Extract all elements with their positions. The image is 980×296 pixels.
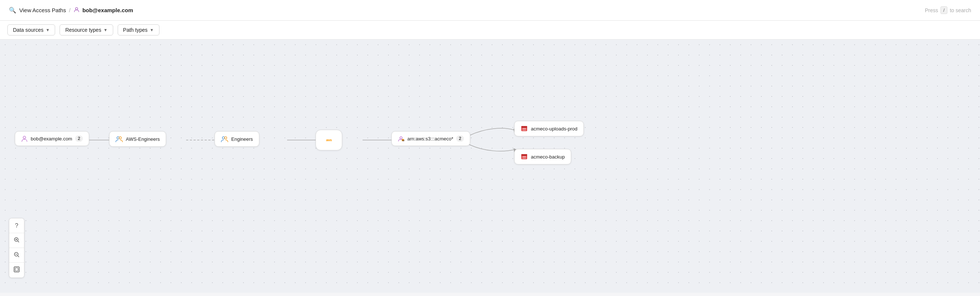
fit-icon [14, 266, 20, 274]
group-icon [115, 135, 123, 142]
search-icon: 🔍 [9, 7, 16, 14]
breadcrumb: 🔍 View Access Paths / bob@example.com [9, 7, 133, 14]
toolbar: Data sources ▼ Resource types ▼ Path typ… [0, 21, 980, 40]
data-sources-label: Data sources [13, 27, 43, 33]
svg-rect-21 [522, 128, 526, 129]
svg-point-16 [400, 137, 402, 139]
node-aws[interactable]: aws [315, 130, 342, 150]
help-button[interactable]: ? [9, 218, 24, 233]
current-user: bob@example.com [83, 7, 133, 13]
zoom-out-icon [14, 252, 20, 259]
zoom-in-icon [14, 237, 20, 244]
path-types-label: Path types [123, 27, 148, 33]
search-hint-text: to search [950, 7, 971, 13]
user-icon [74, 7, 80, 14]
svg-rect-20 [521, 126, 527, 128]
node-bob[interactable]: bob@example.com 2 [15, 131, 89, 146]
data-sources-chevron-icon: ▼ [46, 28, 49, 32]
s3-backup-icon [520, 153, 528, 160]
zoom-out-button[interactable] [9, 248, 24, 263]
node-uploads-prod[interactable]: acmeco-uploads-prod [514, 121, 584, 136]
svg-rect-26 [522, 158, 526, 158]
svg-rect-25 [522, 156, 526, 157]
node-backup[interactable]: acmeco-backup [514, 149, 571, 165]
graph-canvas[interactable]: bob@example.com 2 AWS-Engineers Engineer… [0, 40, 980, 293]
svg-point-0 [75, 8, 78, 10]
s3-bucket-icon [520, 125, 528, 132]
path-types-button[interactable]: Path types ▼ [118, 24, 159, 35]
svg-rect-35 [15, 268, 18, 271]
group-aws-icon [221, 135, 228, 142]
svg-point-11 [23, 136, 26, 139]
page-title: View Access Paths [19, 7, 66, 13]
node-engineers[interactable]: Engineers [215, 131, 259, 147]
slash-badge: / [940, 6, 948, 14]
s3-arn-icon: S3 [398, 135, 404, 142]
zoom-in-button[interactable] [9, 233, 24, 248]
node-bob-label: bob@example.com [31, 136, 72, 141]
path-types-chevron-icon: ▼ [150, 28, 154, 32]
node-arn-label: arn:aws:s3:::acmeco* [407, 136, 453, 141]
resource-types-button[interactable]: Resource types ▼ [60, 24, 113, 35]
svg-point-12 [117, 137, 119, 139]
node-arn[interactable]: S3 arn:aws:s3:::acmeco* 2 [391, 131, 470, 146]
svg-rect-34 [14, 267, 19, 272]
user-icon [21, 135, 28, 142]
aws-logo: aws [326, 139, 332, 142]
node-arn-badge: 2 [456, 135, 464, 142]
resource-types-label: Resource types [65, 27, 101, 33]
node-bob-badge: 2 [75, 135, 83, 142]
node-engineers-label: Engineers [231, 136, 253, 142]
header: 🔍 View Access Paths / bob@example.com Pr… [0, 0, 980, 21]
search-hint: Press / to search [925, 6, 971, 14]
node-uploads-prod-label: acmeco-uploads-prod [531, 126, 578, 131]
graph-edges [0, 40, 980, 293]
help-icon: ? [15, 222, 19, 229]
svg-line-30 [18, 241, 19, 242]
fit-button[interactable] [9, 263, 24, 277]
node-backup-label: acmeco-backup [531, 154, 565, 160]
svg-line-33 [18, 256, 19, 257]
node-aws-engineers[interactable]: AWS-Engineers [109, 131, 166, 147]
data-sources-button[interactable]: Data sources ▼ [7, 24, 55, 35]
press-label: Press [925, 7, 938, 13]
breadcrumb-separator: / [69, 7, 70, 13]
svg-point-13 [119, 137, 121, 139]
svg-point-15 [224, 137, 227, 139]
svg-text:S3: S3 [402, 139, 404, 141]
svg-rect-24 [521, 154, 527, 156]
svg-point-14 [222, 137, 224, 139]
node-aws-engineers-label: AWS-Engineers [126, 136, 160, 142]
graph-controls: ? [9, 218, 24, 278]
svg-rect-22 [522, 130, 526, 130]
resource-types-chevron-icon: ▼ [103, 28, 108, 32]
